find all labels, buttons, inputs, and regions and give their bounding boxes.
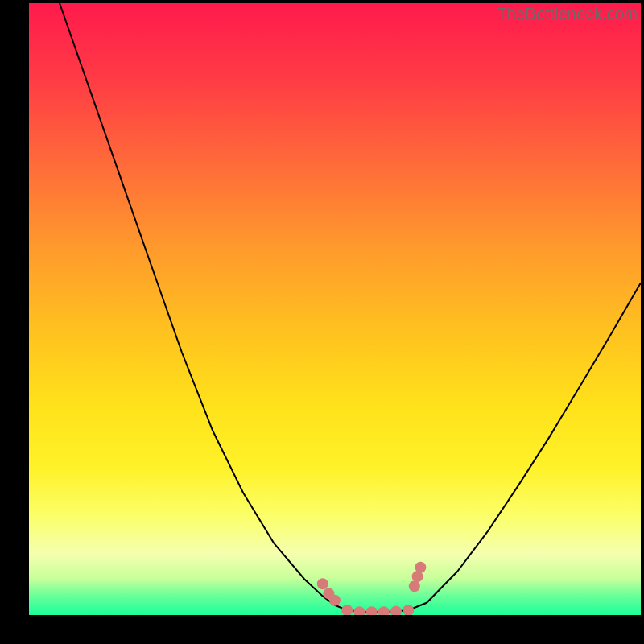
valley-marker (329, 595, 341, 606)
plot-area (29, 3, 641, 615)
valley-marker (317, 578, 328, 589)
watermark-text: TheBottleneck.com (497, 5, 638, 23)
bottleneck-curve-right (408, 283, 641, 610)
bottleneck-curve-left (60, 3, 347, 610)
chart-frame: TheBottleneck.com (0, 0, 644, 644)
valley-marker (378, 606, 390, 615)
valley-markers (317, 562, 427, 615)
valley-marker (409, 580, 420, 592)
valley-marker (341, 605, 353, 615)
curve-layer (29, 3, 641, 615)
valley-marker (366, 606, 378, 615)
valley-marker (402, 605, 414, 615)
valley-marker (415, 562, 426, 573)
valley-marker (353, 606, 365, 615)
valley-marker (390, 605, 402, 615)
